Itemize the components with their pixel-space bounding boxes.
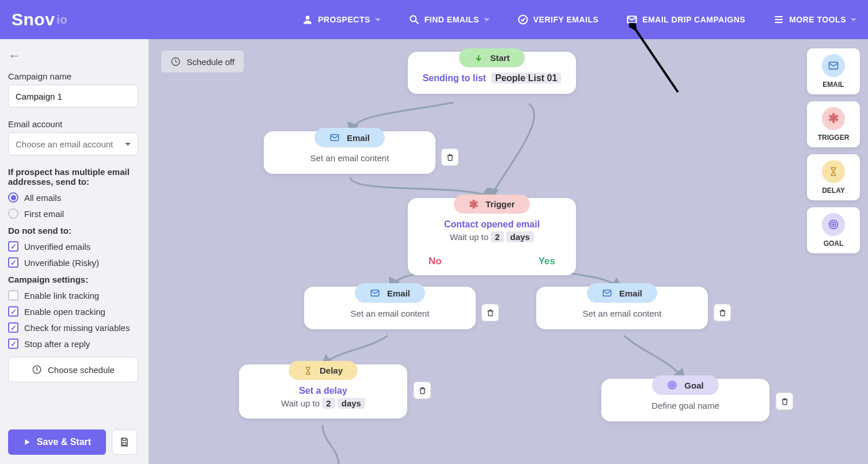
node-trigger[interactable]: ✱ Trigger Contact opened email Wait up t… <box>408 198 576 275</box>
save-start-label: Save & Start <box>37 437 91 447</box>
svg-point-1 <box>410 16 416 21</box>
disk-icon <box>119 437 130 447</box>
menu-icon <box>773 14 784 25</box>
choose-schedule-button[interactable]: Choose schedule <box>8 357 138 382</box>
node-email-no[interactable]: Email Set an email content <box>304 287 476 329</box>
node-trigger-label: Trigger <box>486 199 515 209</box>
arrow-down-icon <box>474 54 483 63</box>
chevron-down-icon <box>484 18 490 24</box>
nav-drip-campaigns[interactable]: EMAIL DRIP CAMPAIGNS <box>626 14 745 25</box>
chk-risky[interactable]: Unverifiable (Risky) <box>8 257 141 268</box>
campaign-sidebar: ← Campaign name Email account Choose an … <box>0 39 149 464</box>
delete-node-button[interactable] <box>441 149 458 166</box>
trigger-title[interactable]: Contact opened email <box>422 219 562 230</box>
delete-node-button[interactable] <box>482 304 499 321</box>
radio-all-label: All emails <box>24 193 61 203</box>
node-goal-header: Goal <box>652 375 718 395</box>
brand-suffix: io <box>56 13 67 26</box>
radio-all-emails[interactable]: All emails <box>8 192 141 203</box>
asterisk-icon: ✱ <box>469 200 479 208</box>
node-start[interactable]: Start Sending to list People List 01 <box>408 52 576 94</box>
chk-stop-reply[interactable]: Stop after a reply <box>8 339 141 349</box>
save-draft-button[interactable] <box>112 429 137 455</box>
start-sending-to[interactable]: Sending to list <box>423 73 486 83</box>
node-goal-label: Goal <box>684 381 703 390</box>
trigger-wait-n: 2 <box>491 231 503 242</box>
radio-icon <box>8 208 18 219</box>
checkbox-icon <box>8 257 18 268</box>
schedule-off-badge[interactable]: Schedule off <box>161 51 244 73</box>
chk-missing-vars[interactable]: Check for missing variables <box>8 322 141 333</box>
delay-title[interactable]: Set a delay <box>253 386 393 396</box>
node-goal[interactable]: Goal Define goal name <box>601 379 770 421</box>
hourglass-icon <box>304 366 313 375</box>
checkbox-icon <box>8 290 18 301</box>
node-email-header: Email <box>587 283 657 303</box>
palette-delay[interactable]: DELAY <box>807 154 860 200</box>
node-delay[interactable]: Delay Set a delay Wait up to 2 days <box>239 364 407 419</box>
trigger-no[interactable]: No <box>429 256 442 267</box>
campaign-name-input[interactable] <box>8 85 138 108</box>
nav-prospects-label: PROSPECTS <box>318 15 370 24</box>
save-start-button[interactable]: Save & Start <box>8 429 106 455</box>
nav-verify-emails[interactable]: VERIFY EMAILS <box>517 14 599 25</box>
checkbox-icon <box>8 241 18 252</box>
node-email-1[interactable]: Email Set an email content <box>264 131 435 174</box>
chk-link-tracking[interactable]: Enable link tracking <box>8 290 141 301</box>
node-email-yes[interactable]: Email Set an email content <box>536 287 708 329</box>
nav-prospects[interactable]: PROSPECTS <box>302 14 381 25</box>
svg-point-17 <box>672 385 673 386</box>
chk-open-tracking[interactable]: Enable open tracking <box>8 306 141 317</box>
back-arrow-icon[interactable]: ← <box>8 48 141 63</box>
brand-logo: Snovio <box>12 10 67 29</box>
checkbox-icon <box>8 322 18 333</box>
node-email-placeholder: Set an email content <box>351 309 430 318</box>
trash-icon <box>446 153 454 162</box>
email-account-select[interactable]: Choose an email account <box>8 132 138 155</box>
palette-trigger[interactable]: ✱ TRIGGER <box>807 101 860 147</box>
nav-more-label: MORE TOOLS <box>789 15 846 24</box>
delete-node-button[interactable] <box>414 382 431 399</box>
palette-email[interactable]: EMAIL <box>807 48 860 94</box>
target-icon <box>667 380 677 390</box>
delay-wait-unit: days <box>338 398 365 409</box>
palette-trigger-label: TRIGGER <box>818 134 850 142</box>
nav-find-emails[interactable]: FIND EMAILS <box>408 14 490 25</box>
delay-wait-prefix: Wait up to <box>281 398 320 408</box>
campaign-name-label: Campaign name <box>8 71 141 81</box>
checkbox-icon <box>8 339 18 349</box>
delete-node-button[interactable] <box>776 393 793 410</box>
chevron-down-icon <box>851 18 856 24</box>
main-nav: PROSPECTS FIND EMAILS VERIFY EMAILS EMAI… <box>302 14 856 25</box>
svg-point-22 <box>833 224 835 226</box>
trigger-wait-prefix: Wait up to <box>450 232 488 242</box>
svg-line-2 <box>415 21 418 24</box>
chk-unverified[interactable]: Unverified emails <box>8 241 141 252</box>
delete-node-button[interactable] <box>714 304 731 321</box>
chevron-down-icon <box>375 18 381 24</box>
search-icon <box>408 14 420 25</box>
chevron-down-icon <box>125 143 131 149</box>
svg-rect-10 <box>123 443 126 446</box>
radio-first-email[interactable]: First email <box>8 208 141 219</box>
chk-link-label: Enable link tracking <box>24 291 99 301</box>
palette-goal[interactable]: GOAL <box>807 207 860 253</box>
mail-icon <box>626 14 638 25</box>
svg-rect-9 <box>123 438 126 440</box>
clock-icon <box>32 364 42 375</box>
trigger-branches: No Yes <box>408 252 576 275</box>
app-header: Snovio PROSPECTS FIND EMAILS VERIFY EMAI… <box>0 0 868 39</box>
flow-canvas[interactable]: Schedule off Start Sending to lis <box>149 39 868 464</box>
delay-wait-row: Wait up to 2 days <box>253 398 393 408</box>
clock-icon <box>170 56 181 67</box>
nav-more-tools[interactable]: MORE TOOLS <box>773 14 856 25</box>
node-delay-label: Delay <box>320 366 343 375</box>
checkbox-icon <box>8 306 18 317</box>
node-email-placeholder: Set an email content <box>310 153 389 163</box>
node-email-label: Email <box>387 288 410 298</box>
trigger-yes[interactable]: Yes <box>539 256 555 267</box>
start-list-chip: People List 01 <box>491 73 562 83</box>
chk-vars-label: Check for missing variables <box>24 323 130 333</box>
mail-icon <box>329 132 340 143</box>
node-email-placeholder: Set an email content <box>583 309 662 318</box>
